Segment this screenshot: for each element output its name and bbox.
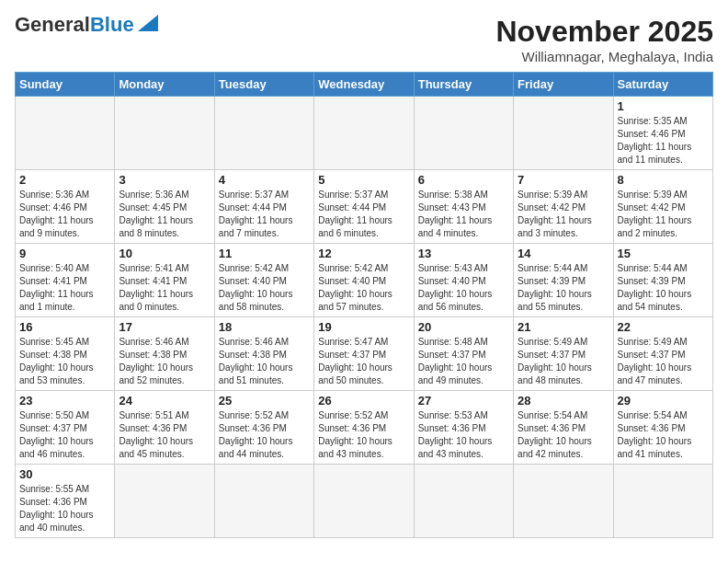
calendar-day-cell: 26Sunrise: 5:52 AM Sunset: 4:36 PM Dayli… xyxy=(314,391,414,465)
day-info: Sunrise: 5:44 AM Sunset: 4:39 PM Dayligh… xyxy=(618,262,709,314)
calendar-week-2: 2Sunrise: 5:36 AM Sunset: 4:46 PM Daylig… xyxy=(16,170,713,244)
logo-icon xyxy=(138,15,158,31)
calendar-day-cell xyxy=(613,465,712,538)
logo-blue: Blue xyxy=(90,13,134,36)
day-number: 13 xyxy=(418,247,509,260)
day-info: Sunrise: 5:47 AM Sunset: 4:37 PM Dayligh… xyxy=(318,336,409,387)
day-number: 15 xyxy=(618,247,709,260)
day-number: 14 xyxy=(518,247,609,260)
day-number: 29 xyxy=(618,394,709,408)
day-number: 11 xyxy=(219,247,310,260)
calendar-day-cell: 28Sunrise: 5:54 AM Sunset: 4:36 PM Dayli… xyxy=(514,391,613,465)
day-info: Sunrise: 5:43 AM Sunset: 4:40 PM Dayligh… xyxy=(418,262,509,314)
day-number: 22 xyxy=(618,320,709,334)
day-number: 6 xyxy=(418,173,509,187)
day-info: Sunrise: 5:54 AM Sunset: 4:36 PM Dayligh… xyxy=(618,409,709,461)
day-info: Sunrise: 5:36 AM Sunset: 4:46 PM Dayligh… xyxy=(19,189,110,240)
day-number: 26 xyxy=(318,394,409,408)
calendar-day-cell: 25Sunrise: 5:52 AM Sunset: 4:36 PM Dayli… xyxy=(214,391,313,465)
location: Williamnagar, Meghalaya, India xyxy=(495,49,713,64)
calendar-day-cell: 30Sunrise: 5:55 AM Sunset: 4:36 PM Dayli… xyxy=(16,465,115,538)
day-info: Sunrise: 5:36 AM Sunset: 4:45 PM Dayligh… xyxy=(119,189,210,240)
day-number: 28 xyxy=(518,394,609,408)
calendar-header-row: SundayMondayTuesdayWednesdayThursdayFrid… xyxy=(16,73,713,97)
day-info: Sunrise: 5:50 AM Sunset: 4:37 PM Dayligh… xyxy=(19,409,110,461)
calendar-header-thursday: Thursday xyxy=(414,73,513,97)
calendar-day-cell xyxy=(314,465,414,538)
title-block: November 2025 Williamnagar, Meghalaya, I… xyxy=(495,15,713,64)
calendar-table: SundayMondayTuesdayWednesdayThursdayFrid… xyxy=(15,72,713,538)
calendar-day-cell xyxy=(115,97,214,170)
day-info: Sunrise: 5:42 AM Sunset: 4:40 PM Dayligh… xyxy=(219,262,310,314)
day-info: Sunrise: 5:53 AM Sunset: 4:36 PM Dayligh… xyxy=(418,409,509,461)
calendar-day-cell xyxy=(16,97,115,170)
day-info: Sunrise: 5:52 AM Sunset: 4:36 PM Dayligh… xyxy=(318,409,409,461)
day-info: Sunrise: 5:46 AM Sunset: 4:38 PM Dayligh… xyxy=(119,336,210,387)
day-info: Sunrise: 5:37 AM Sunset: 4:44 PM Dayligh… xyxy=(219,189,310,240)
calendar-day-cell: 16Sunrise: 5:45 AM Sunset: 4:38 PM Dayli… xyxy=(16,317,115,391)
day-number: 3 xyxy=(119,173,210,187)
calendar-header-sunday: Sunday xyxy=(16,73,115,97)
day-number: 16 xyxy=(19,320,110,334)
calendar-day-cell: 7Sunrise: 5:39 AM Sunset: 4:42 PM Daylig… xyxy=(514,170,613,244)
logo-text: GeneralBlue xyxy=(15,15,134,35)
calendar-week-1: 1Sunrise: 5:35 AM Sunset: 4:46 PM Daylig… xyxy=(16,97,713,170)
calendar-header-tuesday: Tuesday xyxy=(214,73,313,97)
day-number: 23 xyxy=(19,394,110,408)
calendar-day-cell: 5Sunrise: 5:37 AM Sunset: 4:44 PM Daylig… xyxy=(314,170,414,244)
day-info: Sunrise: 5:55 AM Sunset: 4:36 PM Dayligh… xyxy=(19,483,110,534)
calendar-day-cell: 6Sunrise: 5:38 AM Sunset: 4:43 PM Daylig… xyxy=(414,170,513,244)
day-number: 2 xyxy=(19,173,110,187)
calendar-header-wednesday: Wednesday xyxy=(314,73,414,97)
day-info: Sunrise: 5:49 AM Sunset: 4:37 PM Dayligh… xyxy=(618,336,709,387)
calendar-day-cell xyxy=(414,97,513,170)
calendar-day-cell: 8Sunrise: 5:39 AM Sunset: 4:42 PM Daylig… xyxy=(613,170,712,244)
calendar-day-cell: 11Sunrise: 5:42 AM Sunset: 4:40 PM Dayli… xyxy=(214,244,313,317)
calendar-day-cell: 1Sunrise: 5:35 AM Sunset: 4:46 PM Daylig… xyxy=(613,97,712,170)
day-number: 7 xyxy=(518,173,609,187)
day-number: 1 xyxy=(618,99,709,113)
day-number: 4 xyxy=(219,173,310,187)
day-info: Sunrise: 5:45 AM Sunset: 4:38 PM Dayligh… xyxy=(19,336,110,387)
day-info: Sunrise: 5:37 AM Sunset: 4:44 PM Dayligh… xyxy=(318,189,409,240)
calendar-day-cell xyxy=(214,97,313,170)
calendar-day-cell: 24Sunrise: 5:51 AM Sunset: 4:36 PM Dayli… xyxy=(115,391,214,465)
calendar-week-3: 9Sunrise: 5:40 AM Sunset: 4:41 PM Daylig… xyxy=(16,244,713,317)
calendar-day-cell: 3Sunrise: 5:36 AM Sunset: 4:45 PM Daylig… xyxy=(115,170,214,244)
page-header: GeneralBlue November 2025 Williamnagar, … xyxy=(15,15,713,64)
day-number: 20 xyxy=(418,320,509,334)
svg-marker-0 xyxy=(138,15,158,31)
day-number: 8 xyxy=(618,173,709,187)
calendar-day-cell: 4Sunrise: 5:37 AM Sunset: 4:44 PM Daylig… xyxy=(214,170,313,244)
calendar-day-cell: 15Sunrise: 5:44 AM Sunset: 4:39 PM Dayli… xyxy=(613,244,712,317)
day-info: Sunrise: 5:44 AM Sunset: 4:39 PM Dayligh… xyxy=(518,262,609,314)
calendar-week-6: 30Sunrise: 5:55 AM Sunset: 4:36 PM Dayli… xyxy=(16,465,713,538)
day-info: Sunrise: 5:52 AM Sunset: 4:36 PM Dayligh… xyxy=(219,409,310,461)
calendar-day-cell xyxy=(115,465,214,538)
day-info: Sunrise: 5:39 AM Sunset: 4:42 PM Dayligh… xyxy=(518,189,609,240)
day-number: 25 xyxy=(219,394,310,408)
month-title: November 2025 xyxy=(495,15,713,49)
calendar-day-cell: 18Sunrise: 5:46 AM Sunset: 4:38 PM Dayli… xyxy=(214,317,313,391)
day-number: 17 xyxy=(119,320,210,334)
day-info: Sunrise: 5:51 AM Sunset: 4:36 PM Dayligh… xyxy=(119,409,210,461)
day-number: 10 xyxy=(119,247,210,260)
calendar-day-cell: 19Sunrise: 5:47 AM Sunset: 4:37 PM Dayli… xyxy=(314,317,414,391)
calendar-day-cell: 22Sunrise: 5:49 AM Sunset: 4:37 PM Dayli… xyxy=(613,317,712,391)
day-number: 9 xyxy=(19,247,110,260)
calendar-day-cell: 9Sunrise: 5:40 AM Sunset: 4:41 PM Daylig… xyxy=(16,244,115,317)
calendar-day-cell: 17Sunrise: 5:46 AM Sunset: 4:38 PM Dayli… xyxy=(115,317,214,391)
calendar-day-cell: 13Sunrise: 5:43 AM Sunset: 4:40 PM Dayli… xyxy=(414,244,513,317)
day-info: Sunrise: 5:38 AM Sunset: 4:43 PM Dayligh… xyxy=(418,189,509,240)
calendar-header-monday: Monday xyxy=(115,73,214,97)
calendar-day-cell: 20Sunrise: 5:48 AM Sunset: 4:37 PM Dayli… xyxy=(414,317,513,391)
day-info: Sunrise: 5:48 AM Sunset: 4:37 PM Dayligh… xyxy=(418,336,509,387)
calendar-day-cell xyxy=(214,465,313,538)
calendar-header-saturday: Saturday xyxy=(613,73,712,97)
calendar-week-4: 16Sunrise: 5:45 AM Sunset: 4:38 PM Dayli… xyxy=(16,317,713,391)
day-info: Sunrise: 5:46 AM Sunset: 4:38 PM Dayligh… xyxy=(219,336,310,387)
calendar-day-cell: 12Sunrise: 5:42 AM Sunset: 4:40 PM Dayli… xyxy=(314,244,414,317)
calendar-day-cell: 10Sunrise: 5:41 AM Sunset: 4:41 PM Dayli… xyxy=(115,244,214,317)
day-number: 21 xyxy=(518,320,609,334)
calendar-day-cell: 29Sunrise: 5:54 AM Sunset: 4:36 PM Dayli… xyxy=(613,391,712,465)
